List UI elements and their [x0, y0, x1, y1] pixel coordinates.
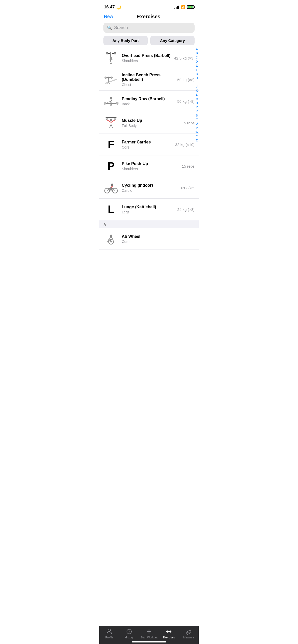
exercise-info: Ab Wheel Core [122, 234, 195, 244]
exercise-letter-icon: P [103, 158, 119, 174]
list-item[interactable]: Ab Wheel Core [99, 228, 199, 250]
exercise-info: Overhead Press (Barbell) Shoulders [122, 53, 171, 63]
alpha-c[interactable]: C [196, 56, 198, 59]
exercise-name: Muscle Up [122, 118, 181, 123]
alpha-a[interactable]: A [196, 47, 198, 51]
svg-point-52 [110, 241, 112, 243]
exercise-list: Overhead Press (Barbell) Shoulders 42,5 … [99, 47, 199, 220]
exercise-category: Full Body [122, 124, 181, 128]
exercise-category: Shoulders [122, 59, 171, 63]
moon-icon: 🌙 [116, 5, 121, 10]
exercise-stats: 24 kg (×8) [177, 207, 195, 212]
list-item[interactable]: F Farmer Carries Core 32 kg (×10) [99, 134, 199, 155]
svg-point-21 [110, 97, 112, 100]
alpha-j[interactable]: J [196, 85, 198, 88]
exercise-info: Pendlay Row (Barbell) Back [122, 97, 174, 106]
list-item[interactable]: Cycling (Indoor) Cardio 0:03/km [99, 177, 199, 199]
page-header: New Exercises [99, 13, 199, 23]
exercise-stats: 50 kg (×8) [177, 78, 195, 82]
alpha-e[interactable]: E [196, 64, 198, 67]
alpha-v[interactable]: V [196, 126, 198, 130]
body-part-filter[interactable]: Any Body Part [103, 36, 148, 45]
svg-line-36 [111, 124, 113, 128]
alpha-h[interactable]: H [196, 76, 198, 80]
section-header-a: A [99, 220, 199, 228]
exercise-stats: 15 reps [182, 164, 195, 168]
exercise-category: Core [122, 145, 172, 149]
category-filter[interactable]: Any Category [150, 36, 195, 45]
alpha-d[interactable]: D [196, 60, 198, 63]
svg-point-3 [106, 52, 108, 54]
alpha-z[interactable]: Z [196, 139, 198, 142]
search-icon: 🔍 [107, 25, 112, 30]
exercise-image [103, 50, 119, 66]
svg-point-24 [104, 102, 106, 105]
alpha-u[interactable]: U [196, 122, 198, 125]
svg-point-47 [111, 184, 113, 186]
search-input[interactable]: Search [114, 25, 128, 30]
exercise-image [103, 94, 119, 109]
svg-point-25 [116, 102, 118, 105]
svg-point-34 [114, 119, 116, 120]
alpha-y[interactable]: Y [196, 134, 198, 138]
alpha-m[interactable]: M [196, 97, 198, 101]
svg-line-10 [111, 62, 112, 64]
exercise-stats: 42,5 kg (×3) [174, 56, 195, 60]
exercise-info: Farmer Carries Core [122, 140, 172, 149]
alpha-f[interactable]: F [196, 68, 198, 71]
list-item[interactable]: Overhead Press (Barbell) Shoulders 42,5 … [99, 47, 199, 69]
exercise-letter-icon: L [103, 202, 119, 217]
exercise-name: Farmer Carries [122, 140, 172, 144]
exercise-name: Incline Bench Press (Dumbbell) [122, 73, 174, 82]
list-item[interactable]: P Pike Push-Up Shoulders 15 reps [99, 155, 199, 177]
exercise-name: Cycling (Indoor) [122, 183, 178, 188]
exercise-info: Cycling (Indoor) Cardio [122, 183, 178, 193]
new-button[interactable]: New [104, 14, 113, 19]
exercise-category: Back [122, 102, 174, 106]
exercise-category: Cardio [122, 188, 178, 193]
exercise-stats: 32 kg (×10) [175, 142, 195, 147]
alpha-g[interactable]: G [196, 72, 198, 76]
exercise-info: Muscle Up Full Body [122, 118, 181, 128]
exercise-letter-icon: F [103, 137, 119, 152]
svg-rect-11 [105, 79, 117, 84]
alpha-r[interactable]: R [196, 109, 198, 113]
svg-point-15 [105, 77, 107, 79]
exercise-stats: 50 kg (×8) [177, 99, 195, 104]
list-item[interactable]: Pendlay Row (Barbell) Back 50 kg (×8) [99, 91, 199, 112]
exercise-image [103, 115, 119, 130]
exercise-stats: 0:03/km [181, 186, 195, 190]
list-item[interactable]: L Lunge (Kettlebell) Legs 24 kg (×8) [99, 199, 199, 220]
exercise-category: Core [122, 240, 195, 244]
alpha-k[interactable]: K [196, 89, 198, 92]
alpha-b[interactable]: B [196, 51, 198, 55]
svg-point-4 [114, 52, 116, 54]
alpha-s[interactable]: S [196, 114, 198, 117]
alpha-w[interactable]: W [196, 130, 198, 134]
signal-icon [174, 5, 179, 9]
exercise-info: Pike Push-Up Shoulders [122, 162, 179, 171]
wifi-icon: 📶 [181, 5, 185, 9]
search-bar[interactable]: 🔍 Search [103, 23, 195, 33]
alphabet-sidebar[interactable]: A B C D E F G H I J K L M O P R S T U V … [196, 47, 198, 142]
alpha-t[interactable]: T [196, 118, 198, 121]
alpha-o[interactable]: O [196, 101, 198, 105]
page-title: Exercises [137, 14, 160, 20]
list-item[interactable]: Muscle Up Full Body 5 reps [99, 112, 199, 134]
section-letter: A [103, 222, 106, 227]
exercise-image [103, 180, 119, 195]
exercise-info: Incline Bench Press (Dumbbell) Chest [122, 73, 174, 87]
exercise-name: Overhead Press (Barbell) [122, 53, 171, 58]
svg-point-33 [106, 119, 108, 120]
status-bar: 16.47 🌙 📶 ⚡ [99, 0, 199, 13]
exercise-stats: 5 reps [184, 121, 195, 125]
svg-line-57 [111, 237, 113, 238]
battery-icon: ⚡ [187, 5, 194, 9]
svg-line-9 [110, 62, 111, 64]
exercise-category: Chest [122, 83, 174, 87]
alpha-i[interactable]: I [196, 80, 198, 84]
filter-row: Any Body Part Any Category [99, 36, 199, 47]
list-item[interactable]: Incline Bench Press (Dumbbell) Chest 50 … [99, 69, 199, 91]
alpha-l[interactable]: L [196, 93, 198, 96]
alpha-p[interactable]: P [196, 105, 198, 109]
